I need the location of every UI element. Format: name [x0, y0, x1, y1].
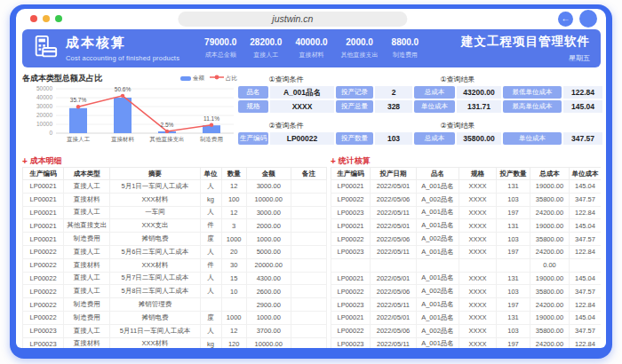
- table-cell: 122.84: [570, 245, 602, 258]
- query-field-value: 347.57: [563, 132, 602, 145]
- column-header: 投产数量: [497, 168, 530, 180]
- table-cell: 直接材料: [64, 258, 110, 272]
- kpi-value: 2000.0: [341, 37, 379, 47]
- svg-text:40000: 40000: [36, 94, 52, 100]
- table-row[interactable]: LP00022制造费用摊销电费度10001000.00: [23, 311, 327, 324]
- table-cell: LP00021: [331, 311, 371, 324]
- query-field-label: 单位成本: [503, 132, 562, 145]
- table-row[interactable]: LP000232022/05/11A_001品名XXXX19724200.001…: [331, 245, 602, 258]
- table-row[interactable]: LP000212022/05/01A_001品名XXXX13119000.001…: [331, 311, 602, 324]
- table-cell: LP00023: [331, 206, 371, 219]
- table-cell: kg: [200, 193, 221, 206]
- table-cell: 1000.00: [246, 233, 291, 246]
- query-field-value[interactable]: XXXX: [270, 100, 334, 113]
- table-cell: 24200.00: [530, 245, 570, 258]
- kpi-label: 直接人工: [250, 51, 282, 59]
- table-cell: LP00022: [23, 258, 64, 272]
- table-cell: [570, 258, 602, 272]
- table-row[interactable]: LP000232022/05/11A_001品名XXXX19724200.001…: [331, 298, 602, 312]
- query-field-value[interactable]: LP00022: [270, 132, 334, 145]
- svg-text:直接人工: 直接人工: [67, 136, 91, 143]
- table-cell: [291, 219, 326, 233]
- line-point: [121, 94, 124, 98]
- table-cell: 0.00: [530, 258, 570, 272]
- table-row[interactable]: LP00022制造费用摊销管理费2900.00: [23, 298, 327, 312]
- stats-table-title: 统计核算: [339, 155, 371, 167]
- table-cell: LP00021: [331, 219, 371, 233]
- table-row[interactable]: LP000222022/05/06A_002品名XXXX10335800.003…: [331, 233, 602, 246]
- table-row[interactable]: LP00022直接人工5月6日二车间人工成本人205000.00: [23, 245, 327, 258]
- table-row[interactable]: LP00021直接人工一车间人123000.00: [23, 206, 327, 219]
- weekday-label: 星期五: [461, 53, 590, 63]
- table-cell: LP00021: [331, 272, 371, 285]
- table-cell: 其他直接支出: [64, 219, 110, 233]
- table-row[interactable]: LP00021制造费用摊销电费度10001000.00: [23, 233, 327, 246]
- maximize-window-button[interactable]: [55, 15, 62, 22]
- query-field-label: 生产编码: [238, 132, 268, 145]
- page-subtitle: Cost accounting of finished products: [66, 54, 179, 62]
- profile-button[interactable]: [579, 10, 597, 28]
- table-cell: 直接人工: [64, 272, 110, 285]
- table-cell: LP00022: [331, 233, 371, 246]
- table-row[interactable]: LP000212022/05/01A_001品名XXXX13119000.001…: [331, 180, 602, 194]
- table-row[interactable]: LP000232022/05/11A_001品名XXXX19724200.001…: [331, 206, 602, 219]
- table-cell: 一车间: [110, 206, 200, 219]
- table-row[interactable]: LP00022直接人工5月8日二车间人工成本人102600.00: [23, 285, 327, 298]
- page-title: 成本核算: [66, 35, 179, 51]
- close-window-button[interactable]: [30, 15, 37, 22]
- table-cell: XXX材料: [110, 258, 200, 272]
- table-row[interactable]: LP00022直接人工5月7日二车间人工成本人154300.00: [23, 272, 327, 285]
- table-row[interactable]: LP000212022/05/01A_001品名XXXX13119000.001…: [331, 219, 602, 233]
- table-cell: LP00022: [331, 324, 371, 337]
- table-row[interactable]: LP000222022/05/06A_002品名XXXX10335800.003…: [331, 324, 602, 337]
- table-cell: 制造费用: [64, 311, 110, 324]
- table-cell: LP00021: [331, 180, 371, 194]
- table-row[interactable]: LP00021其他直接支出XXX支出件32000.00: [23, 219, 327, 233]
- kpi-value: 8800.0: [392, 37, 419, 47]
- table-cell: 197: [497, 337, 530, 348]
- table-cell: A_002品名: [417, 324, 459, 337]
- table-cell: XXXX: [459, 180, 497, 194]
- table-cell: 2022/05/11: [371, 206, 417, 219]
- svg-text:35.7%: 35.7%: [70, 97, 87, 103]
- table-cell: 122.84: [570, 337, 602, 348]
- table-row[interactable]: LP00022直接材料XXX材料件3020000.00: [23, 258, 327, 272]
- back-button[interactable]: ←: [558, 12, 573, 27]
- table-cell: 12: [221, 206, 246, 219]
- query2-condition-title: ②查询条件: [238, 121, 334, 131]
- table-cell: [331, 258, 371, 272]
- table-row[interactable]: LP000212022/05/01A_001品名XXXX13119000.001…: [331, 272, 602, 285]
- svg-text:制造费用: 制造费用: [200, 136, 223, 143]
- table-row[interactable]: LP000222022/05/06A_002品名XXXX10335800.003…: [331, 193, 602, 206]
- address-bar[interactable]: justwin.cn: [178, 12, 407, 27]
- kpi-label: 直接材料: [295, 51, 327, 59]
- table-row[interactable]: LP00021直接材料XXX材料kg10010000.00: [23, 193, 327, 206]
- table-row[interactable]: LP000222022/05/06A_002品名XXXX10335800.003…: [331, 285, 602, 298]
- query-field-value: 103: [375, 132, 412, 145]
- table-cell: A_001品名: [417, 272, 459, 285]
- legend-item-ratio[interactable]: 占比: [210, 75, 237, 83]
- detail-table-title: 成本明细: [30, 155, 62, 167]
- query-field-value: 131.71: [457, 100, 501, 113]
- table-row[interactable]: 0.00: [331, 258, 602, 272]
- minimize-window-button[interactable]: [43, 15, 50, 22]
- table-row[interactable]: LP00023直接材料XXX材料kg12010000.00: [23, 337, 327, 348]
- kpi-label: 其他直接支出: [341, 51, 379, 59]
- table-row[interactable]: LP00021直接人工5月1日一车间人工成本人123000.00: [23, 180, 327, 194]
- legend-item-amount[interactable]: 金额: [180, 75, 204, 83]
- table-cell: 145.04: [570, 180, 602, 194]
- table-cell: [291, 258, 326, 272]
- table-cell: 131: [497, 311, 530, 324]
- table-row[interactable]: LP000232022/05/11A_001品名XXXX19724200.001…: [331, 337, 602, 348]
- table-cell: [291, 272, 326, 285]
- table-cell: 197: [497, 298, 530, 312]
- table-cell: 30: [221, 258, 246, 272]
- table-cell: LP00022: [23, 245, 64, 258]
- table-cell: 摊销管理费: [110, 298, 200, 312]
- table-cell: 24200.00: [530, 337, 570, 348]
- table-cell: [200, 298, 221, 312]
- table-cell: LP00023: [23, 324, 64, 337]
- query-field-value[interactable]: A_001品名: [270, 86, 334, 99]
- table-row[interactable]: LP00023直接人工5月11日一车间人工成本人123700.00: [23, 324, 327, 337]
- table-cell: A_002品名: [417, 193, 459, 206]
